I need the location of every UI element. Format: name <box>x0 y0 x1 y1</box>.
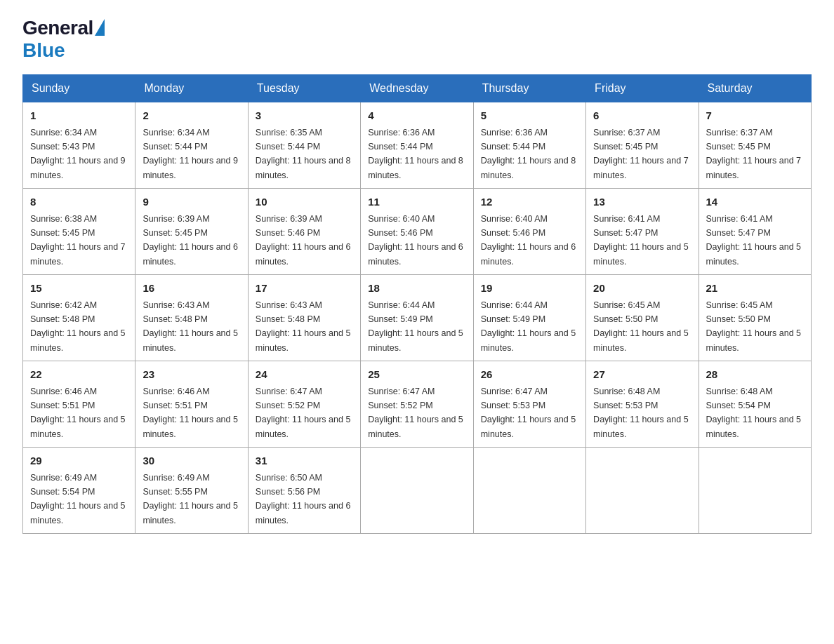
day-number: 31 <box>256 453 353 469</box>
day-info: Sunrise: 6:40 AMSunset: 5:46 PMDaylight:… <box>368 214 463 267</box>
column-header-tuesday: Tuesday <box>248 75 360 102</box>
day-info: Sunrise: 6:46 AMSunset: 5:51 PMDaylight:… <box>30 387 126 439</box>
calendar-cell: 14Sunrise: 6:41 AMSunset: 5:47 PMDayligh… <box>699 189 811 275</box>
calendar-cell: 25Sunrise: 6:47 AMSunset: 5:52 PMDayligh… <box>361 361 473 448</box>
day-info: Sunrise: 6:46 AMSunset: 5:51 PMDaylight:… <box>143 387 238 439</box>
day-info: Sunrise: 6:48 AMSunset: 5:53 PMDaylight:… <box>593 387 689 439</box>
calendar-cell: 31Sunrise: 6:50 AMSunset: 5:56 PMDayligh… <box>248 448 360 534</box>
day-number: 12 <box>481 194 578 210</box>
calendar-cell: 27Sunrise: 6:48 AMSunset: 5:53 PMDayligh… <box>586 361 699 448</box>
calendar-cell: 11Sunrise: 6:40 AMSunset: 5:46 PMDayligh… <box>361 189 473 275</box>
day-info: Sunrise: 6:50 AMSunset: 5:56 PMDaylight:… <box>256 473 351 525</box>
column-header-friday: Friday <box>586 75 699 102</box>
day-number: 19 <box>481 281 578 297</box>
calendar-cell: 13Sunrise: 6:41 AMSunset: 5:47 PMDayligh… <box>586 189 699 275</box>
calendar-cell: 9Sunrise: 6:39 AMSunset: 5:45 PMDaylight… <box>135 189 248 275</box>
calendar-cell: 26Sunrise: 6:47 AMSunset: 5:53 PMDayligh… <box>473 361 585 448</box>
day-info: Sunrise: 6:47 AMSunset: 5:52 PMDaylight:… <box>368 387 463 439</box>
day-info: Sunrise: 6:44 AMSunset: 5:49 PMDaylight:… <box>481 300 576 353</box>
day-number: 7 <box>706 108 804 124</box>
day-info: Sunrise: 6:43 AMSunset: 5:48 PMDaylight:… <box>256 300 351 353</box>
calendar-cell: 5Sunrise: 6:36 AMSunset: 5:44 PMDaylight… <box>473 102 585 189</box>
day-info: Sunrise: 6:44 AMSunset: 5:49 PMDaylight:… <box>368 300 463 353</box>
calendar-cell: 1Sunrise: 6:34 AMSunset: 5:43 PMDaylight… <box>23 102 135 189</box>
calendar-cell: 6Sunrise: 6:37 AMSunset: 5:45 PMDaylight… <box>586 102 699 189</box>
day-info: Sunrise: 6:39 AMSunset: 5:45 PMDaylight:… <box>143 214 238 267</box>
calendar-cell: 17Sunrise: 6:43 AMSunset: 5:48 PMDayligh… <box>248 275 360 361</box>
day-info: Sunrise: 6:42 AMSunset: 5:48 PMDaylight:… <box>30 300 126 353</box>
day-number: 3 <box>256 108 353 124</box>
day-number: 1 <box>30 108 128 124</box>
calendar-cell: 18Sunrise: 6:44 AMSunset: 5:49 PMDayligh… <box>361 275 473 361</box>
day-info: Sunrise: 6:43 AMSunset: 5:48 PMDaylight:… <box>143 300 238 353</box>
calendar-cell: 20Sunrise: 6:45 AMSunset: 5:50 PMDayligh… <box>586 275 699 361</box>
day-number: 13 <box>593 194 691 210</box>
day-info: Sunrise: 6:48 AMSunset: 5:54 PMDaylight:… <box>706 387 802 439</box>
day-info: Sunrise: 6:41 AMSunset: 5:47 PMDaylight:… <box>593 214 689 267</box>
calendar-cell: 12Sunrise: 6:40 AMSunset: 5:46 PMDayligh… <box>473 189 585 275</box>
day-number: 23 <box>143 367 240 383</box>
week-row-2: 8Sunrise: 6:38 AMSunset: 5:45 PMDaylight… <box>23 189 812 275</box>
day-number: 8 <box>30 194 128 210</box>
day-info: Sunrise: 6:36 AMSunset: 5:44 PMDaylight:… <box>481 128 576 180</box>
calendar-cell: 10Sunrise: 6:39 AMSunset: 5:46 PMDayligh… <box>248 189 360 275</box>
calendar-cell: 16Sunrise: 6:43 AMSunset: 5:48 PMDayligh… <box>135 275 248 361</box>
day-number: 26 <box>481 367 578 383</box>
week-row-3: 15Sunrise: 6:42 AMSunset: 5:48 PMDayligh… <box>23 275 812 361</box>
calendar-cell: 23Sunrise: 6:46 AMSunset: 5:51 PMDayligh… <box>135 361 248 448</box>
calendar-cell: 7Sunrise: 6:37 AMSunset: 5:45 PMDaylight… <box>699 102 811 189</box>
day-info: Sunrise: 6:36 AMSunset: 5:44 PMDaylight:… <box>368 128 463 180</box>
calendar-cell: 21Sunrise: 6:45 AMSunset: 5:50 PMDayligh… <box>699 275 811 361</box>
logo-blue-text: Blue <box>22 39 65 61</box>
calendar-cell: 8Sunrise: 6:38 AMSunset: 5:45 PMDaylight… <box>23 189 135 275</box>
day-info: Sunrise: 6:35 AMSunset: 5:44 PMDaylight:… <box>256 128 351 180</box>
day-info: Sunrise: 6:41 AMSunset: 5:47 PMDaylight:… <box>706 214 802 267</box>
day-info: Sunrise: 6:49 AMSunset: 5:54 PMDaylight:… <box>30 473 126 525</box>
day-info: Sunrise: 6:34 AMSunset: 5:43 PMDaylight:… <box>30 128 126 180</box>
day-number: 18 <box>368 281 465 297</box>
calendar-cell <box>473 448 585 534</box>
day-number: 2 <box>143 108 240 124</box>
week-row-5: 29Sunrise: 6:49 AMSunset: 5:54 PMDayligh… <box>23 448 812 534</box>
day-number: 17 <box>256 281 353 297</box>
week-row-4: 22Sunrise: 6:46 AMSunset: 5:51 PMDayligh… <box>23 361 812 448</box>
calendar-cell: 29Sunrise: 6:49 AMSunset: 5:54 PMDayligh… <box>23 448 135 534</box>
day-info: Sunrise: 6:38 AMSunset: 5:45 PMDaylight:… <box>30 214 126 267</box>
day-info: Sunrise: 6:37 AMSunset: 5:45 PMDaylight:… <box>706 128 802 180</box>
day-number: 15 <box>30 281 128 297</box>
day-info: Sunrise: 6:47 AMSunset: 5:53 PMDaylight:… <box>481 387 576 439</box>
calendar-cell <box>699 448 811 534</box>
calendar-cell: 19Sunrise: 6:44 AMSunset: 5:49 PMDayligh… <box>473 275 585 361</box>
day-number: 27 <box>593 367 691 383</box>
day-info: Sunrise: 6:34 AMSunset: 5:44 PMDaylight:… <box>143 128 238 180</box>
week-row-1: 1Sunrise: 6:34 AMSunset: 5:43 PMDaylight… <box>23 102 812 189</box>
day-number: 10 <box>256 194 353 210</box>
days-header-row: SundayMondayTuesdayWednesdayThursdayFrid… <box>23 75 812 102</box>
day-info: Sunrise: 6:37 AMSunset: 5:45 PMDaylight:… <box>593 128 689 180</box>
day-number: 11 <box>368 194 465 210</box>
day-number: 29 <box>30 453 128 469</box>
calendar-cell: 4Sunrise: 6:36 AMSunset: 5:44 PMDaylight… <box>361 102 473 189</box>
logo-container: General Blue <box>22 17 105 62</box>
calendar-cell: 28Sunrise: 6:48 AMSunset: 5:54 PMDayligh… <box>699 361 811 448</box>
page-header: General Blue <box>22 17 812 62</box>
calendar-cell: 22Sunrise: 6:46 AMSunset: 5:51 PMDayligh… <box>23 361 135 448</box>
logo-general-text: General <box>22 17 93 39</box>
day-number: 30 <box>143 453 240 469</box>
day-number: 24 <box>256 367 353 383</box>
day-info: Sunrise: 6:39 AMSunset: 5:46 PMDaylight:… <box>256 214 351 267</box>
calendar-cell: 15Sunrise: 6:42 AMSunset: 5:48 PMDayligh… <box>23 275 135 361</box>
calendar-cell <box>361 448 473 534</box>
day-number: 21 <box>706 281 804 297</box>
calendar-cell <box>586 448 699 534</box>
day-number: 14 <box>706 194 804 210</box>
day-number: 16 <box>143 281 240 297</box>
day-number: 22 <box>30 367 128 383</box>
day-number: 4 <box>368 108 465 124</box>
column-header-thursday: Thursday <box>473 75 585 102</box>
day-info: Sunrise: 6:45 AMSunset: 5:50 PMDaylight:… <box>593 300 689 353</box>
day-number: 28 <box>706 367 804 383</box>
column-header-wednesday: Wednesday <box>361 75 473 102</box>
calendar-cell: 30Sunrise: 6:49 AMSunset: 5:55 PMDayligh… <box>135 448 248 534</box>
calendar-cell: 3Sunrise: 6:35 AMSunset: 5:44 PMDaylight… <box>248 102 360 189</box>
